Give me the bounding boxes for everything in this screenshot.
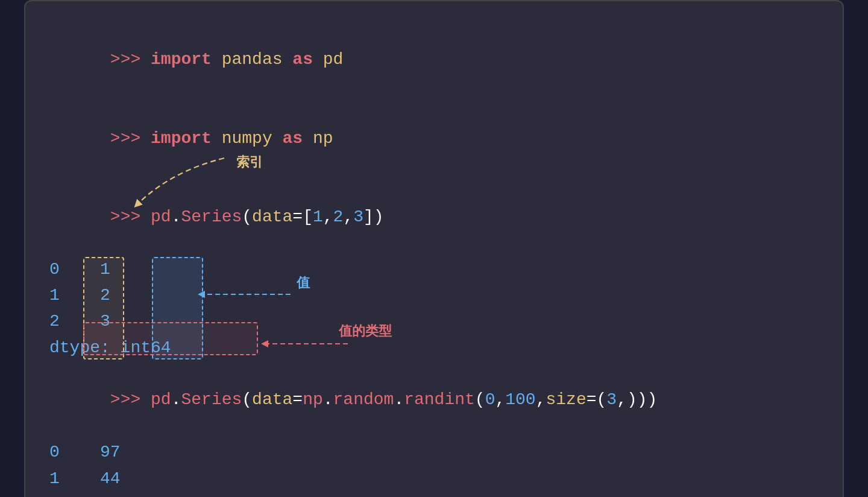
output-line-0-97: 0 97 [49, 439, 819, 465]
output-line-2-45: 2 45 [49, 492, 819, 497]
code-line-4: >>> pd.Series(data=np.random.randint(0,1… [49, 361, 819, 439]
arrow-suoyin-svg [110, 158, 230, 212]
terminal-window: >>> import pandas as pd >>> import numpy… [24, 0, 844, 497]
annotation-suoyin: 索引 [236, 152, 263, 173]
arrow-zdlx-svg [257, 337, 351, 352]
arrow-zhi-svg [194, 287, 297, 303]
dtype-highlight-box [83, 322, 258, 355]
annotation-zhi: 值 [297, 273, 310, 293]
code-display: >>> import pandas as pd >>> import numpy… [49, 21, 819, 497]
output-line-1-44: 1 44 [49, 466, 819, 492]
code-line-1: >>> import pandas as pd [49, 21, 819, 99]
